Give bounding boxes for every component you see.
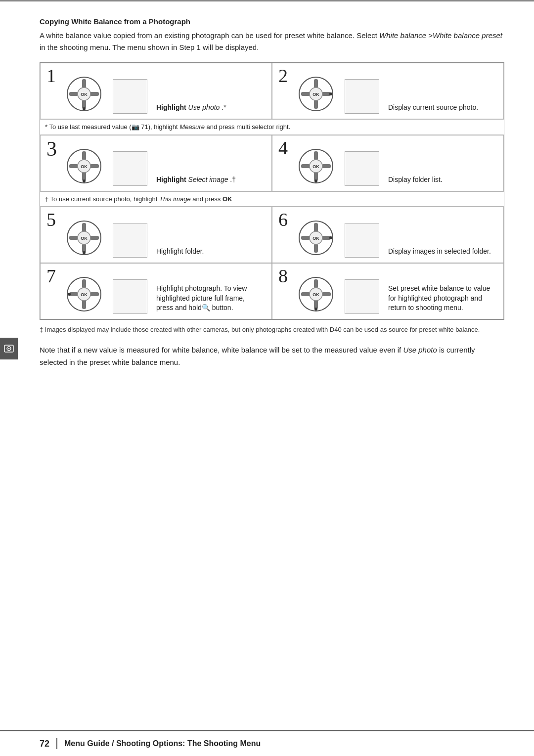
note-bottom-text: Note that if a new value is measured for…: [40, 344, 504, 369]
step-4-dial: OK: [296, 146, 336, 186]
svg-rect-46: [301, 236, 310, 240]
svg-text:OK: OK: [81, 236, 88, 241]
step-8-cell: 8 OK Set preset white balance to: [272, 263, 504, 319]
svg-point-58: [68, 293, 71, 296]
step-7-number: 7: [46, 267, 56, 285]
svg-point-2: [8, 348, 10, 350]
step-6-label: Display images in selected folder.: [388, 247, 491, 258]
intro-italic2: White balance preset: [433, 31, 502, 40]
svg-rect-23: [90, 164, 99, 168]
svg-rect-6: [69, 92, 78, 96]
section-title: Copying White Balance from a Photograph: [40, 17, 504, 26]
svg-rect-30: [301, 164, 310, 168]
step-4-label: Display folder list.: [388, 175, 443, 186]
step-1-dial: OK: [64, 74, 104, 114]
step-6-dial: OK: [296, 218, 336, 258]
svg-point-42: [83, 251, 86, 254]
svg-rect-55: [90, 292, 99, 296]
step-8-number: 8: [278, 267, 288, 285]
svg-rect-53: [82, 300, 86, 309]
step-6-number: 6: [278, 210, 288, 229]
svg-point-18: [329, 92, 332, 95]
svg-point-34: [314, 179, 317, 182]
step-5-label: Highlight folder.: [156, 247, 204, 258]
step-8-label: Set preset white balance to value for hi…: [388, 284, 495, 314]
step-7-dial: OK: [64, 274, 104, 314]
step-1-inner: OK Highlight Use photo .*: [48, 69, 264, 114]
note-row-2: † To use current source photo, highlight…: [40, 191, 504, 207]
step-5-cell: 5 OK Highlight folder.: [40, 207, 272, 263]
svg-rect-4: [82, 79, 86, 88]
svg-rect-62: [301, 292, 310, 296]
svg-rect-39: [90, 236, 99, 240]
step-2-dial: OK: [296, 74, 336, 114]
step-4-screen: [345, 151, 379, 186]
step-4-cell: 4 OK Display folder list.: [272, 135, 504, 191]
svg-rect-31: [322, 164, 331, 168]
step-3-number: 3: [46, 138, 57, 159]
svg-point-10: [83, 107, 86, 110]
svg-rect-60: [314, 279, 318, 288]
svg-rect-7: [90, 92, 99, 96]
step-1-number: 1: [46, 66, 56, 85]
step-7-inner: OK Highlight photograph. To view highlig…: [48, 269, 264, 314]
svg-rect-14: [301, 92, 310, 96]
footer-title: Menu Guide / Shooting Options: The Shoot…: [64, 739, 261, 748]
step-1-label: Highlight Use photo .*: [156, 103, 226, 114]
step-8-dial: OK: [296, 274, 336, 314]
step-1-screen: [113, 79, 147, 114]
step-6-inner: OK Display images in selected folder.: [280, 213, 495, 258]
svg-text:OK: OK: [81, 92, 88, 97]
step-8-inner: OK Set preset white balance to value for…: [280, 269, 495, 314]
svg-rect-52: [82, 279, 86, 288]
step-6-screen: [345, 223, 379, 258]
step-2-cell: 2 OK Display current: [272, 63, 504, 119]
step-2-number: 2: [278, 66, 288, 85]
step-4-number: 4: [278, 138, 288, 157]
svg-rect-63: [322, 292, 331, 296]
step-5-number: 5: [46, 210, 56, 229]
step-3-dial: OK: [64, 146, 104, 186]
svg-rect-13: [314, 100, 318, 109]
step-6-cell: 6 OK Display images: [272, 207, 504, 263]
step-2-label: Display current source photo.: [388, 103, 478, 114]
svg-rect-45: [314, 244, 318, 253]
step-3-screen: [113, 151, 147, 186]
svg-text:OK: OK: [312, 236, 319, 241]
svg-text:OK: OK: [81, 292, 88, 297]
step-7-label: Highlight photograph. To view highlighte…: [156, 284, 264, 314]
svg-rect-38: [69, 236, 78, 240]
svg-rect-36: [82, 223, 86, 232]
step-5-screen: [113, 223, 147, 258]
svg-point-66: [314, 308, 317, 311]
svg-rect-22: [69, 164, 78, 168]
step-3-label: Highlight Select image .†: [156, 175, 236, 186]
step-3-cell: 3 OK Highlight Select: [40, 135, 272, 191]
footer-separator: [56, 738, 57, 749]
step-2-screen: [345, 79, 379, 114]
step-5-inner: OK Highlight folder.: [48, 213, 264, 258]
step-8-screen: [345, 279, 379, 314]
step-3-inner: OK Highlight Select image .†: [48, 141, 264, 186]
svg-rect-44: [314, 223, 318, 232]
step-5-dial: OK: [64, 218, 104, 258]
steps-grid: 1 OK: [40, 62, 504, 320]
svg-text:OK: OK: [312, 292, 319, 297]
step-4-inner: OK Display folder list.: [280, 141, 495, 186]
intro-arrow: >: [426, 31, 433, 40]
svg-text:OK: OK: [312, 92, 319, 97]
footnote-section: ‡ Images displayed may include those cre…: [40, 325, 504, 335]
intro-end: in the shooting menu. The menu shown in …: [40, 43, 259, 51]
svg-rect-28: [314, 151, 318, 160]
intro-italic1: White balance: [379, 31, 426, 40]
step-2-inner: OK Display current source photo.: [280, 69, 495, 114]
svg-text:OK: OK: [312, 164, 319, 169]
step-1-cell: 1 OK: [40, 63, 272, 119]
step-7-screen: [113, 279, 147, 314]
note-row-1: * To use last measured value (📷 71), hig…: [40, 119, 504, 135]
footnote-text: ‡ Images displayed may include those cre…: [40, 326, 480, 333]
page-number: 72: [40, 739, 49, 749]
svg-point-50: [329, 236, 332, 239]
page-content: Copying White Balance from a Photograph …: [0, 1, 534, 378]
svg-text:OK: OK: [81, 164, 88, 169]
